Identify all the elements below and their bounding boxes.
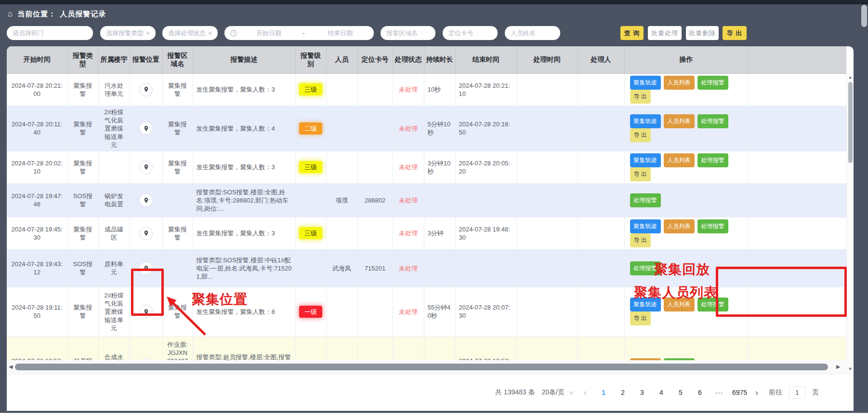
department-select[interactable] [7, 26, 93, 40]
page-number-last[interactable]: 6975 [732, 389, 745, 396]
cell-alarm-type: SOS报警 [67, 183, 98, 217]
clock-icon [230, 30, 237, 37]
handle-alarm-button[interactable]: 处理报警 [697, 114, 728, 128]
cell-alarm-type: 超员报警 [67, 336, 98, 360]
cell-end-time [455, 249, 516, 287]
handle-alarm-button[interactable]: 处理报警 [697, 153, 728, 167]
department-input[interactable] [13, 29, 87, 37]
level-badge: 三级 [299, 161, 322, 173]
scroll-left-icon[interactable]: ◀ [9, 364, 13, 370]
cell-filler [748, 74, 846, 106]
page-number-2[interactable]: 2 [617, 389, 629, 396]
page-number-3[interactable]: 3 [636, 389, 648, 396]
level-badge: 二级 [299, 122, 322, 135]
cell-handle-time [516, 106, 578, 151]
person-list-button[interactable]: 人员列表 [664, 153, 695, 167]
alarm-type-select[interactable]: 选择报警类型 ∨ [100, 26, 156, 40]
cell-handler [578, 74, 624, 106]
area-name-field[interactable] [381, 26, 435, 40]
page-number-5[interactable]: 5 [674, 389, 687, 396]
location-pin-icon[interactable] [139, 227, 153, 240]
horizontal-scrollbar-thumb[interactable] [15, 364, 828, 370]
window-top-strip [0, 0, 868, 4]
goto-page-input[interactable]: 1 [789, 386, 805, 399]
page-size-select[interactable]: 20条/页 ∨ [541, 388, 573, 397]
person-list-button[interactable]: 人员列表 [664, 114, 695, 128]
track-button[interactable]: 聚集轨迹 [630, 114, 661, 128]
row-export-button[interactable]: 导 出 [630, 312, 651, 325]
cell-description: 发生聚集报警，聚集人数：3 [193, 74, 295, 106]
cell-handler [578, 336, 624, 360]
table-body-viewport: 2024-07-28 20:21:00 聚集报警 污水处理单元 聚集报警 发生聚… [7, 74, 846, 360]
area-name-input[interactable] [386, 29, 430, 37]
annotation-label-position: 聚集位置 [192, 290, 248, 309]
cell-area-name [162, 183, 193, 217]
cell-card-no [357, 287, 393, 336]
table-card: 开始时间 报警类型 所属楼宇 报警位置 报警区域名 报警描述 报警级别 人员 定… [7, 46, 854, 411]
next-page-icon[interactable]: › [751, 388, 762, 398]
cell-end-time [455, 183, 516, 217]
cell-level: 三级 [295, 74, 326, 106]
cell-card-no [357, 74, 393, 106]
location-pin-icon[interactable] [139, 161, 153, 174]
card-no-input[interactable] [448, 29, 492, 37]
location-pin-icon[interactable] [139, 122, 153, 135]
person-name-field[interactable] [505, 26, 560, 40]
date-separator: - [302, 29, 304, 37]
row-export-button[interactable]: 导 出 [630, 90, 651, 104]
table-row: 2024-07-28 20:21:00 聚集报警 污水处理单元 聚集报警 发生聚… [7, 74, 846, 106]
cell-position [130, 74, 162, 106]
cell-status: 未处理 [393, 183, 424, 217]
cell-handle-time [516, 217, 578, 249]
prev-page-icon[interactable]: ‹ [580, 388, 591, 398]
scroll-up-icon[interactable]: ▲ [847, 75, 854, 80]
level-badge: 一级 [299, 306, 322, 318]
scroll-down-icon[interactable]: ▼ [847, 366, 854, 371]
pagination-total: 共 139483 条 [495, 388, 535, 397]
table-row: 2024-07-28 19:45:30 聚集报警 成品罐区 聚集报警 发生聚集报… [7, 217, 846, 249]
cell-duration: 3分钟10秒 [424, 151, 455, 183]
vertical-scrollbar: ▲ ▼ [846, 73, 854, 373]
cell-area-name: 聚集报警 [162, 151, 193, 183]
person-list-button[interactable]: 人员列表 [664, 219, 695, 233]
person-name-input[interactable] [511, 29, 554, 37]
col-building: 所属楼宇 [98, 46, 130, 73]
page-number-1[interactable]: 1 [597, 389, 610, 396]
cell-alarm-type: SOS报警 [67, 249, 98, 287]
scroll-right-icon[interactable]: ▶ [836, 364, 840, 370]
cell-status: 未处理 [393, 106, 424, 151]
row-export-button[interactable]: 导 出 [630, 128, 651, 142]
batch-delete-button[interactable]: 批量删除 [686, 26, 719, 40]
cell-description: 发生聚集报警，聚集人数：3 [193, 151, 295, 183]
track-button[interactable]: 聚集轨迹 [630, 219, 661, 233]
page-number-6[interactable]: 6 [694, 389, 706, 396]
search-button[interactable]: 查 询 [620, 26, 644, 40]
handle-alarm-button[interactable]: 处理报警 [697, 219, 728, 233]
table-row: 2024-07-28 19:47:46 SOS报警 锅炉发电装置 报警类型:SO… [7, 183, 846, 217]
card-no-field[interactable] [443, 26, 498, 40]
pagination-bar: 共 139483 条 20条/页 ∨ ‹ 1 2 3 4 5 6 ··· 697… [7, 374, 854, 411]
export-button[interactable]: 导 出 [723, 26, 747, 40]
row-export-button[interactable]: 导 出 [630, 233, 651, 247]
row-export-button[interactable]: 导 出 [630, 167, 651, 181]
track-button[interactable]: 聚集轨迹 [630, 76, 661, 90]
handle-alarm-button[interactable]: 处理报警 [630, 193, 661, 207]
browser-scrollbar-thumb[interactable] [861, 5, 867, 27]
goto-label: 前往 [769, 388, 782, 397]
page-ellipsis-icon[interactable]: ··· [713, 389, 725, 396]
page-number-4[interactable]: 4 [655, 389, 668, 396]
cell-description: 报警类型:SOS报警,楼层:全图,姓名:项璞,卡号:286802,部门:热动车间… [193, 183, 295, 217]
date-range-picker[interactable]: 开始日期 - 结束日期 [224, 26, 374, 40]
cell-person: 魏国强 [326, 336, 357, 360]
track-button[interactable]: 聚集轨迹 [630, 153, 661, 167]
vertical-scrollbar-thumb[interactable] [848, 82, 853, 163]
location-pin-icon[interactable] [139, 193, 153, 207]
location-pin-icon[interactable] [139, 83, 153, 96]
batch-handle-button[interactable]: 批量处理 [648, 26, 682, 40]
col-position: 报警位置 [130, 46, 162, 73]
handle-status-select[interactable]: 选择处理状态 ∨ [162, 26, 218, 40]
person-list-button[interactable]: 人员列表 [664, 76, 695, 90]
cell-status: 未处理 [393, 287, 424, 336]
cell-handler [578, 183, 624, 217]
handle-alarm-button[interactable]: 处理报警 [697, 76, 728, 90]
